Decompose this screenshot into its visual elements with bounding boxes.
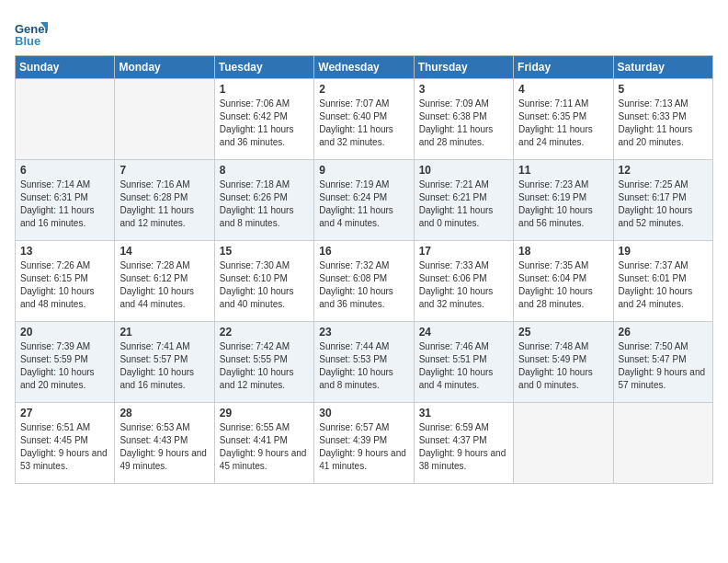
day-info: Sunrise: 7:16 AM Sunset: 6:28 PM Dayligh… xyxy=(119,178,209,230)
day-number: 25 xyxy=(518,326,608,339)
day-number: 8 xyxy=(220,164,309,177)
weekday-header-wednesday: Wednesday xyxy=(314,56,414,79)
calendar-table: SundayMondayTuesdayWednesdayThursdayFrid… xyxy=(15,55,713,484)
day-number: 26 xyxy=(619,326,708,339)
week-row-5: 27Sunrise: 6:51 AM Sunset: 4:45 PM Dayli… xyxy=(16,403,713,484)
day-number: 17 xyxy=(419,245,508,258)
day-info: Sunrise: 7:11 AM Sunset: 6:35 PM Dayligh… xyxy=(518,98,608,149)
calendar-cell: 26Sunrise: 7:50 AM Sunset: 5:47 PM Dayli… xyxy=(613,322,712,403)
day-info: Sunrise: 7:21 AM Sunset: 6:21 PM Dayligh… xyxy=(419,178,508,230)
calendar-cell: 3Sunrise: 7:09 AM Sunset: 6:38 PM Daylig… xyxy=(414,79,513,160)
calendar-cell: 30Sunrise: 6:57 AM Sunset: 4:39 PM Dayli… xyxy=(314,403,414,484)
week-row-4: 20Sunrise: 7:39 AM Sunset: 5:59 PM Dayli… xyxy=(16,322,713,403)
day-number: 3 xyxy=(419,83,508,96)
day-info: Sunrise: 7:14 AM Sunset: 6:31 PM Dayligh… xyxy=(20,178,109,230)
day-number: 9 xyxy=(319,164,408,177)
day-info: Sunrise: 7:33 AM Sunset: 6:06 PM Dayligh… xyxy=(419,259,508,311)
day-number: 18 xyxy=(518,245,608,258)
calendar-cell: 21Sunrise: 7:41 AM Sunset: 5:57 PM Dayli… xyxy=(115,322,214,403)
day-info: Sunrise: 7:07 AM Sunset: 6:40 PM Dayligh… xyxy=(319,98,408,149)
day-info: Sunrise: 7:26 AM Sunset: 6:15 PM Dayligh… xyxy=(20,259,109,311)
day-info: Sunrise: 7:41 AM Sunset: 5:57 PM Dayligh… xyxy=(119,340,209,392)
day-number: 12 xyxy=(619,164,708,177)
weekday-header-row: SundayMondayTuesdayWednesdayThursdayFrid… xyxy=(16,56,713,79)
calendar-cell: 29Sunrise: 6:55 AM Sunset: 4:41 PM Dayli… xyxy=(214,403,313,484)
day-info: Sunrise: 7:37 AM Sunset: 6:01 PM Dayligh… xyxy=(619,259,708,311)
calendar-cell: 5Sunrise: 7:13 AM Sunset: 6:33 PM Daylig… xyxy=(613,79,712,160)
day-number: 1 xyxy=(220,83,309,96)
calendar-cell xyxy=(613,403,712,484)
day-number: 28 xyxy=(119,407,209,419)
day-info: Sunrise: 7:48 AM Sunset: 5:49 PM Dayligh… xyxy=(518,340,608,392)
weekday-header-monday: Monday xyxy=(115,56,214,79)
logo-icon: General Blue xyxy=(15,15,48,48)
day-info: Sunrise: 7:19 AM Sunset: 6:24 PM Dayligh… xyxy=(319,178,408,230)
calendar-cell: 2Sunrise: 7:07 AM Sunset: 6:40 PM Daylig… xyxy=(314,79,414,160)
day-info: Sunrise: 7:30 AM Sunset: 6:10 PM Dayligh… xyxy=(220,259,309,311)
day-info: Sunrise: 7:46 AM Sunset: 5:51 PM Dayligh… xyxy=(419,340,508,392)
calendar-cell: 14Sunrise: 7:28 AM Sunset: 6:12 PM Dayli… xyxy=(115,241,214,322)
page-header: General Blue xyxy=(15,15,713,48)
calendar-cell: 27Sunrise: 6:51 AM Sunset: 4:45 PM Dayli… xyxy=(16,403,115,484)
day-number: 6 xyxy=(20,164,109,177)
day-number: 19 xyxy=(619,245,708,258)
weekday-header-tuesday: Tuesday xyxy=(214,56,313,79)
day-info: Sunrise: 7:13 AM Sunset: 6:33 PM Dayligh… xyxy=(619,98,708,149)
calendar-cell: 8Sunrise: 7:18 AM Sunset: 6:26 PM Daylig… xyxy=(214,160,313,241)
calendar-cell: 15Sunrise: 7:30 AM Sunset: 6:10 PM Dayli… xyxy=(214,241,313,322)
day-info: Sunrise: 7:28 AM Sunset: 6:12 PM Dayligh… xyxy=(119,259,209,311)
calendar-cell: 7Sunrise: 7:16 AM Sunset: 6:28 PM Daylig… xyxy=(115,160,214,241)
day-number: 14 xyxy=(119,245,209,258)
day-number: 24 xyxy=(419,326,508,339)
day-number: 30 xyxy=(319,407,408,419)
day-info: Sunrise: 6:51 AM Sunset: 4:45 PM Dayligh… xyxy=(20,421,109,473)
day-number: 21 xyxy=(119,326,209,339)
calendar-cell: 17Sunrise: 7:33 AM Sunset: 6:06 PM Dayli… xyxy=(414,241,513,322)
calendar-cell: 11Sunrise: 7:23 AM Sunset: 6:19 PM Dayli… xyxy=(514,160,613,241)
day-info: Sunrise: 7:09 AM Sunset: 6:38 PM Dayligh… xyxy=(419,98,508,149)
day-info: Sunrise: 7:06 AM Sunset: 6:42 PM Dayligh… xyxy=(220,98,309,149)
calendar-cell: 22Sunrise: 7:42 AM Sunset: 5:55 PM Dayli… xyxy=(214,322,313,403)
day-number: 7 xyxy=(119,164,209,177)
weekday-header-sunday: Sunday xyxy=(16,56,115,79)
day-info: Sunrise: 7:18 AM Sunset: 6:26 PM Dayligh… xyxy=(220,178,309,230)
logo: General Blue xyxy=(15,15,51,48)
calendar-cell: 6Sunrise: 7:14 AM Sunset: 6:31 PM Daylig… xyxy=(16,160,115,241)
calendar-cell: 25Sunrise: 7:48 AM Sunset: 5:49 PM Dayli… xyxy=(514,322,613,403)
day-info: Sunrise: 7:39 AM Sunset: 5:59 PM Dayligh… xyxy=(20,340,109,392)
day-info: Sunrise: 7:44 AM Sunset: 5:53 PM Dayligh… xyxy=(319,340,408,392)
day-info: Sunrise: 7:50 AM Sunset: 5:47 PM Dayligh… xyxy=(619,340,708,392)
day-number: 22 xyxy=(220,326,309,339)
calendar-cell: 4Sunrise: 7:11 AM Sunset: 6:35 PM Daylig… xyxy=(514,79,613,160)
calendar-cell: 24Sunrise: 7:46 AM Sunset: 5:51 PM Dayli… xyxy=(414,322,513,403)
day-number: 2 xyxy=(319,83,408,96)
day-number: 4 xyxy=(518,83,608,96)
week-row-3: 13Sunrise: 7:26 AM Sunset: 6:15 PM Dayli… xyxy=(16,241,713,322)
day-info: Sunrise: 6:53 AM Sunset: 4:43 PM Dayligh… xyxy=(119,421,209,473)
day-number: 15 xyxy=(220,245,309,258)
calendar-cell: 9Sunrise: 7:19 AM Sunset: 6:24 PM Daylig… xyxy=(314,160,414,241)
calendar-cell: 16Sunrise: 7:32 AM Sunset: 6:08 PM Dayli… xyxy=(314,241,414,322)
calendar-cell xyxy=(514,403,613,484)
calendar-cell: 18Sunrise: 7:35 AM Sunset: 6:04 PM Dayli… xyxy=(514,241,613,322)
calendar-cell: 19Sunrise: 7:37 AM Sunset: 6:01 PM Dayli… xyxy=(613,241,712,322)
calendar-cell: 23Sunrise: 7:44 AM Sunset: 5:53 PM Dayli… xyxy=(314,322,414,403)
day-number: 10 xyxy=(419,164,508,177)
weekday-header-saturday: Saturday xyxy=(613,56,712,79)
calendar-cell: 12Sunrise: 7:25 AM Sunset: 6:17 PM Dayli… xyxy=(613,160,712,241)
calendar-cell xyxy=(115,79,214,160)
day-info: Sunrise: 7:25 AM Sunset: 6:17 PM Dayligh… xyxy=(619,178,708,230)
day-info: Sunrise: 7:23 AM Sunset: 6:19 PM Dayligh… xyxy=(518,178,608,230)
day-number: 31 xyxy=(419,407,508,419)
day-number: 29 xyxy=(220,407,309,419)
svg-text:Blue: Blue xyxy=(15,34,40,48)
calendar-cell: 10Sunrise: 7:21 AM Sunset: 6:21 PM Dayli… xyxy=(414,160,513,241)
day-info: Sunrise: 7:42 AM Sunset: 5:55 PM Dayligh… xyxy=(220,340,309,392)
calendar-cell: 1Sunrise: 7:06 AM Sunset: 6:42 PM Daylig… xyxy=(214,79,313,160)
weekday-header-friday: Friday xyxy=(514,56,613,79)
day-number: 23 xyxy=(319,326,408,339)
week-row-2: 6Sunrise: 7:14 AM Sunset: 6:31 PM Daylig… xyxy=(16,160,713,241)
day-number: 11 xyxy=(518,164,608,177)
day-info: Sunrise: 7:32 AM Sunset: 6:08 PM Dayligh… xyxy=(319,259,408,311)
calendar-cell xyxy=(16,79,115,160)
